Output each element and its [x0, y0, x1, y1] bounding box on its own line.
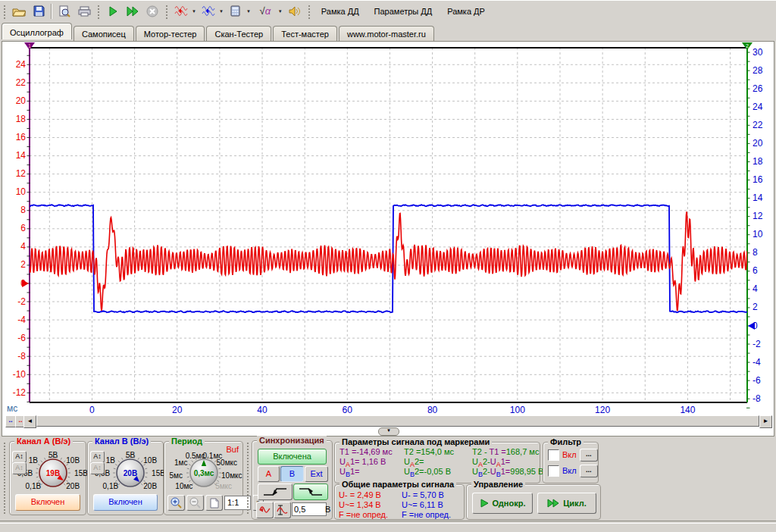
stop-button[interactable] [142, 2, 162, 21]
channel-b-power-button[interactable]: Включен [93, 494, 158, 511]
calculator-button[interactable] [226, 2, 246, 21]
channel-a-power-button[interactable]: Включен [15, 494, 80, 511]
trigger-level-input[interactable] [292, 502, 327, 516]
open-folder-button[interactable] [9, 2, 29, 21]
calculator-icon [230, 5, 240, 17]
print-button[interactable] [74, 2, 94, 21]
filter-b-settings-button[interactable]: ... [580, 465, 598, 477]
marker-a-dots-button[interactable]: .. [5, 415, 16, 427]
channel-b-autoscale-button[interactable]: A↕ [90, 451, 105, 463]
falling-edge-icon [298, 487, 324, 497]
cycle-run-button[interactable]: Цикл. [537, 493, 596, 514]
marker-1-handle[interactable]: 1 [24, 42, 35, 50]
collapse-panel-button[interactable]: ▼ [378, 427, 399, 436]
sync-source-ext-button[interactable]: Ext [305, 466, 328, 482]
marker-2-handle[interactable]: 2 [742, 42, 753, 50]
period-panel: Период Buf 0,3мс10мс5мс1мс0.5мс0.1мс50мк… [164, 441, 243, 515]
x-axis-unit-label: мс [7, 403, 17, 414]
sync-source-b-button[interactable]: В [280, 466, 304, 482]
scroll-left-arrow[interactable]: ◄ [23, 415, 36, 428]
tab-skan-tester[interactable]: Скан-Тестер [206, 26, 271, 41]
dropdown-arrow-icon[interactable]: ▼ [246, 9, 251, 14]
falling-edge-button[interactable] [293, 483, 328, 500]
axis-tick-label: 20 [753, 139, 774, 149]
svg-text:2: 2 [746, 43, 749, 49]
print-preview-button[interactable] [55, 2, 74, 21]
single-run-button[interactable]: Однокр. [472, 493, 533, 514]
axis-tick-label: 16 [4, 133, 26, 142]
menu-ramka-dd[interactable]: Рамка ДД [314, 5, 367, 18]
tab-test-master[interactable]: Тест-мастер [273, 26, 337, 41]
period-knob[interactable]: 0,3мс10мс5мс1мс0.5мс0.1мс50мкс10мкс5мкс [164, 449, 242, 495]
toolbar-grip[interactable] [96, 4, 101, 19]
marker-measurements-title: Параметры сигнала под маркерами [340, 437, 492, 446]
dropdown-arrow-icon[interactable]: ▼ [278, 9, 283, 14]
add-blue-trace-button[interactable] [199, 2, 218, 21]
new-page-button[interactable] [205, 495, 223, 511]
sync-title: Синхронизация [257, 436, 327, 445]
horizontal-scrollbar[interactable]: ◄ ► [23, 415, 772, 427]
add-red-trace-button[interactable] [171, 2, 191, 21]
save-button[interactable] [29, 2, 48, 21]
menu-parametry-dd[interactable]: Параметры ДД [367, 5, 440, 18]
scroll-thumb[interactable] [36, 415, 759, 427]
tab-motor-tester[interactable]: Мотор-тестер [136, 26, 205, 41]
knob-scale-label: 0,1В [103, 481, 119, 490]
measurement-value: T1 =-14,69 мс [340, 447, 404, 457]
axis-tick-label: 30 [753, 48, 774, 58]
tab-samopisec[interactable]: Самописец [74, 26, 134, 41]
axis-tick-label: 22 [753, 120, 774, 130]
scroll-right-arrow[interactable]: ► [759, 415, 772, 428]
axis-tick-label: 2 [4, 260, 26, 270]
marker-measurements-panel: Параметры сигнала под маркерами T1 =-14,… [334, 442, 540, 483]
filter-title: Фильтр [548, 437, 584, 446]
trigger-position-mode-button[interactable] [274, 502, 291, 518]
formula-button[interactable]: √α [253, 2, 277, 21]
axis-tick-label: 4 [753, 284, 774, 294]
knob-scale-label: 10В [143, 456, 157, 465]
oscilloscope-app: { "toolbar": { "menu_items": ["Рамка ДД"… [0, 0, 776, 532]
filter-a-checkbox[interactable] [548, 449, 559, 461]
axis-tick-label: 24 [4, 60, 26, 70]
toolbar-grip[interactable] [307, 4, 311, 19]
tab-oscillograf[interactable]: Осциллограф [2, 23, 72, 39]
axis-tick-label: 2 [753, 302, 774, 312]
scope-plot-area: 12 мс .. .. ◄ ► ▼ 242220181614121086420-… [2, 41, 774, 437]
sync-source-a-button[interactable]: А [258, 466, 280, 482]
channel-a-autoscale-button[interactable]: A↕ [12, 451, 27, 463]
rising-edge-button[interactable] [258, 483, 293, 500]
axis-tick-label: 0 [753, 321, 774, 331]
zoom-out-button[interactable] [186, 495, 204, 511]
common-params-channel-b: U- = 5,70 ВU~= 6,11 ВF =не опред. [402, 490, 451, 520]
trigger-level-mode-button[interactable] [256, 502, 274, 518]
channel-b-autoscale2-button[interactable]: A↕ [90, 462, 105, 474]
measurement-value: UВ2-UВ1=998,95 В [472, 467, 543, 477]
filter-b-checkbox[interactable] [548, 465, 559, 477]
sync-enabled-button[interactable]: Включена [258, 449, 327, 465]
panel-grip[interactable] [246, 441, 250, 514]
marker-measurements-grid: T1 =-14,69 мсT2 =154,0 мсT2 - T1 =168,7 … [340, 447, 537, 477]
trigger-level-unit: В [325, 505, 330, 514]
control-title: Управление [471, 480, 525, 489]
menu-ramka-dr[interactable]: Рамка ДР [440, 5, 493, 18]
measurement-value: T2 =154,0 мс [404, 447, 472, 457]
stop-icon [146, 5, 158, 17]
filter-a-settings-button[interactable]: ... [580, 449, 598, 462]
sound-button[interactable] [285, 2, 305, 21]
tab-bar: ОсциллографСамописецМотор-тестерСкан-Тес… [0, 22, 776, 41]
start-cycle-button[interactable] [123, 2, 142, 21]
tab-motor-master-site[interactable]: www.motor-master.ru [339, 26, 434, 41]
axis-tick-label: 120 [591, 405, 614, 415]
zoom-in-button[interactable] [167, 495, 185, 511]
axis-tick-label: 24 [753, 102, 774, 112]
dropdown-arrow-icon[interactable]: ▼ [192, 9, 196, 14]
toolbar-grip[interactable] [2, 4, 7, 19]
filter-a-label: Вкл [562, 450, 577, 459]
trigger-line-icon [276, 505, 289, 515]
panel-grip[interactable] [2, 441, 7, 514]
dropdown-arrow-icon[interactable]: ▼ [219, 9, 224, 14]
channel-a-autoscale2-button[interactable]: A↕ [12, 462, 27, 474]
start-button[interactable] [103, 2, 123, 21]
toolbar-grip[interactable] [164, 4, 169, 19]
channel-a-trace [30, 211, 747, 311]
